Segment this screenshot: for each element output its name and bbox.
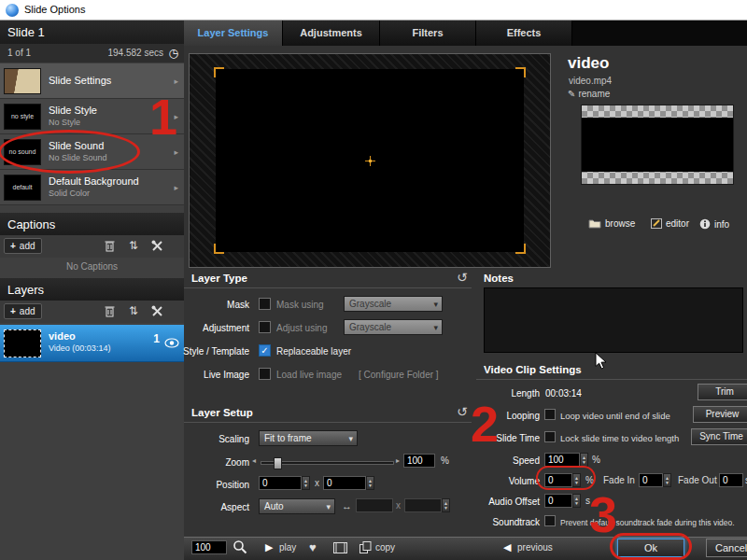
- favorite-heart-icon[interactable]: ♥: [309, 540, 317, 554]
- volume-label: Volume: [465, 476, 540, 486]
- sidebar-item-title: Slide Settings: [49, 75, 111, 86]
- zoom-slider-handle[interactable]: [274, 457, 282, 469]
- fade-out-input[interactable]: [719, 473, 743, 487]
- scaling-dropdown[interactable]: Fit to frame: [259, 430, 358, 446]
- looping-option-label: Loop video until end of slide: [560, 411, 670, 421]
- play-icon[interactable]: ▶: [265, 541, 273, 553]
- slide-count: 1 of 1: [7, 44, 31, 63]
- aspect-link-icon[interactable]: ↔: [342, 500, 352, 511]
- clock-icon: ◷: [169, 44, 178, 63]
- annotation-circle-volume: [536, 466, 596, 490]
- magnifier-icon[interactable]: [233, 539, 247, 554]
- add-layer-button[interactable]: + add: [4, 303, 42, 319]
- delete-layer-icon[interactable]: [105, 305, 115, 317]
- tab-effects[interactable]: Effects: [476, 21, 572, 46]
- clip-name: video: [568, 54, 609, 73]
- info-button[interactable]: info: [699, 218, 729, 230]
- zoom-input[interactable]: [403, 454, 435, 468]
- position-y-stepper[interactable]: [366, 476, 374, 490]
- slider-left-arrow-icon[interactable]: ◂: [252, 456, 256, 465]
- load-live-image-checkbox[interactable]: [259, 368, 271, 380]
- mask-using-label: Mask using: [276, 300, 324, 310]
- soundtrack-checkbox[interactable]: [544, 515, 556, 526]
- sidebar-item-default-background[interactable]: default Default Background Solid Color ▸: [0, 170, 184, 205]
- play-label[interactable]: play: [279, 542, 296, 553]
- slide-time-checkbox[interactable]: [544, 431, 556, 442]
- slider-right-arrow-icon[interactable]: ▸: [396, 456, 400, 465]
- notes-textarea[interactable]: [484, 287, 743, 353]
- style-thumbnail: no style: [4, 104, 41, 130]
- copy-icon[interactable]: [359, 541, 372, 553]
- position-label: Position: [156, 480, 249, 490]
- tab-adjustments[interactable]: Adjustments: [283, 21, 380, 46]
- captions-toolbar: + add ⇅: [0, 235, 184, 258]
- layer-preview-canvas[interactable]: [189, 53, 551, 268]
- audio-offset-input[interactable]: [544, 494, 572, 508]
- editor-icon: [651, 218, 662, 229]
- adjustment-label: Adjustment: [156, 323, 249, 333]
- clip-thumbnail: [581, 105, 734, 185]
- reset-layer-type-icon[interactable]: ↺: [457, 270, 468, 285]
- audio-offset-stepper[interactable]: [572, 494, 581, 508]
- corner-marker-bottom-right: [515, 244, 526, 254]
- delete-caption-icon[interactable]: [105, 240, 115, 252]
- video-clip-divider: [476, 379, 747, 380]
- audio-offset-label: Audio Offset: [465, 497, 540, 507]
- looping-checkbox[interactable]: [544, 409, 556, 420]
- speed-input[interactable]: [544, 453, 580, 467]
- position-y-input[interactable]: [323, 476, 366, 490]
- mask-mode-dropdown[interactable]: Grayscale: [344, 296, 443, 312]
- tab-filters[interactable]: Filters: [380, 21, 476, 46]
- fade-in-input[interactable]: [639, 473, 663, 487]
- editor-button[interactable]: editor: [651, 218, 689, 229]
- fade-in-stepper[interactable]: [663, 473, 671, 487]
- no-captions-text: No Captions: [0, 261, 184, 272]
- info-icon: [699, 218, 711, 230]
- sort-layers-icon[interactable]: ⇅: [129, 304, 138, 317]
- corner-marker-top-right: [515, 67, 526, 77]
- position-x-stepper[interactable]: [302, 476, 310, 490]
- zoom-slider[interactable]: [261, 461, 394, 465]
- annotation-step-1: 1: [149, 91, 177, 142]
- caption-tools-icon[interactable]: [151, 240, 163, 252]
- cancel-button[interactable]: Cancel: [706, 539, 747, 557]
- aspect-width-input[interactable]: [356, 498, 393, 512]
- slide-time-option-label: Lock slide time to video length: [560, 433, 679, 443]
- storyboard-icon[interactable]: [333, 542, 347, 553]
- adjustment-checkbox[interactable]: [259, 321, 271, 333]
- previous-icon[interactable]: ◀: [503, 541, 511, 553]
- speed-label: Speed: [465, 455, 540, 466]
- speed-stepper[interactable]: [580, 453, 588, 467]
- soundtrack-option-label: Prevent default soundtrack fade during t…: [560, 518, 747, 527]
- slide-info-row: 1 of 1 194.582 secs ◷: [0, 44, 184, 63]
- rename-button[interactable]: ✎rename: [568, 89, 610, 99]
- layers-header: Layers: [0, 278, 184, 301]
- zoom-label: Zoom: [156, 457, 249, 468]
- add-caption-button[interactable]: + add: [4, 238, 42, 254]
- replaceable-layer-checkbox[interactable]: [259, 344, 271, 357]
- tabs-bar: Layer Settings Adjustments Filters Effec…: [184, 21, 747, 46]
- aspect-dropdown[interactable]: Auto: [259, 498, 335, 514]
- layer-thumbnail: [4, 329, 41, 357]
- annotation-circle-slide-sound: [0, 130, 140, 174]
- scaling-label: Scaling: [156, 434, 249, 444]
- trim-button[interactable]: Trim: [698, 384, 747, 400]
- previous-label[interactable]: previous: [517, 542, 553, 553]
- mask-checkbox[interactable]: [259, 298, 271, 310]
- adjustment-mode-dropdown[interactable]: Grayscale: [344, 319, 443, 335]
- aspect-value: Auto: [264, 501, 284, 511]
- adjustment-mode-value: Grayscale: [349, 322, 391, 332]
- sync-time-button[interactable]: Sync Time: [691, 428, 747, 445]
- annotation-circle-ok: [610, 533, 692, 560]
- preview-zoom-input[interactable]: [191, 540, 227, 554]
- sort-captions-icon[interactable]: ⇅: [129, 239, 138, 252]
- browse-button[interactable]: browse: [588, 218, 635, 229]
- configure-folder-link[interactable]: [ Configure Folder ]: [359, 370, 439, 380]
- copy-label[interactable]: copy: [375, 542, 395, 553]
- aspect-height-input[interactable]: [404, 498, 442, 512]
- corner-marker-bottom-left: [214, 244, 224, 254]
- tab-layer-settings[interactable]: Layer Settings: [184, 21, 283, 46]
- position-x-input[interactable]: [259, 476, 302, 490]
- preview-button[interactable]: Preview: [693, 406, 747, 423]
- aspect-stepper[interactable]: [442, 498, 450, 512]
